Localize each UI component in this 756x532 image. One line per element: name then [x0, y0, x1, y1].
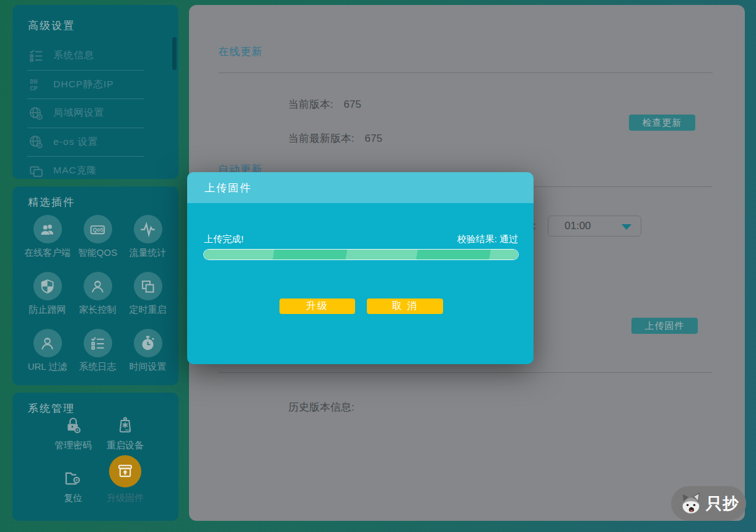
globe-gear-icon: [28, 134, 44, 150]
dialog-title: 上传固件: [204, 181, 252, 195]
clone-icon: [28, 163, 44, 179]
system-item-reset[interactable]: 复位: [64, 460, 82, 504]
nav-list: 系统信息 DH CP DHCP静态IP 局域网设置: [12, 33, 178, 179]
check-update-button[interactable]: 检查更新: [629, 115, 695, 131]
reboot-device-icon: [116, 416, 134, 435]
plugin-label: 防止蹭网: [29, 304, 66, 316]
plugin-label: 智能QOS: [78, 247, 117, 259]
cancel-button[interactable]: 取 消: [367, 299, 443, 314]
plugin-online-clients[interactable]: 在线客户端: [24, 215, 71, 259]
history-version-label: 历史版本信息:: [288, 400, 354, 414]
watermark-label: 只抄: [706, 493, 739, 515]
plugin-time-settings[interactable]: 时间设置: [130, 329, 167, 373]
current-version-label: 当前版本:: [288, 98, 333, 110]
globe-gear-icon: [28, 105, 44, 121]
sidebar-item-lan-settings[interactable]: 局域网设置: [12, 99, 178, 128]
checklist-icon: [28, 48, 44, 64]
system-item-label: 升级固件: [107, 492, 144, 504]
plugin-grid: 在线客户端 QoS 智能QOS 流量统计: [22, 215, 173, 373]
plugin-url-filter[interactable]: URL 过滤: [28, 329, 68, 373]
featured-plugins-title: 精选插件: [12, 186, 178, 209]
svg-text:CP: CP: [30, 85, 37, 92]
sidebar-item-label: e-os 设置: [53, 136, 98, 149]
sidebar-item-dhcp-static-ip[interactable]: DH CP DHCP静态IP: [12, 71, 178, 99]
upload-status-row: 上传完成! 校验结果: 通过: [204, 233, 518, 245]
system-item-label: 复位: [64, 492, 82, 504]
latest-version-row: 当前最新版本: 675: [288, 131, 382, 146]
update-time-select[interactable]: 01:00: [548, 216, 641, 237]
clients-icon: [33, 215, 62, 243]
upload-firmware-dialog: 上传固件 上传完成! 校验结果: 通过 升级 取 消: [187, 172, 534, 364]
plugin-label: URL 过滤: [28, 361, 68, 373]
system-grid: 管理密码 重启设备: [47, 416, 151, 504]
advanced-settings-title: 高级设置: [12, 5, 178, 33]
person-icon: [33, 329, 62, 357]
latest-version-label: 当前最新版本:: [288, 133, 354, 144]
plugin-smart-qos[interactable]: QoS 智能QOS: [78, 215, 117, 259]
sidebar-item-label: 系统信息: [53, 49, 94, 62]
plugin-anti-freeloading[interactable]: 防止蹭网: [29, 272, 66, 316]
system-item-reboot-device[interactable]: 重启设备: [107, 416, 144, 451]
sidebar-item-label: MAC克隆: [53, 164, 97, 177]
lock-gear-icon: [64, 416, 82, 435]
system-management-panel: 系统管理 管理密码: [12, 393, 178, 521]
advanced-settings-panel: 高级设置 系统信息 DH CP DHCP静态IP: [12, 5, 178, 179]
upload-status-text: 上传完成!: [204, 233, 244, 245]
husky-icon: [679, 491, 703, 516]
plugin-label: 系统日志: [79, 361, 116, 373]
plugin-system-log[interactable]: 系统日志: [79, 329, 116, 373]
shield-icon: [33, 272, 62, 300]
current-version-value: 675: [343, 98, 361, 110]
sidebar-scrollbar[interactable]: [172, 37, 177, 70]
sidebar-item-system-info[interactable]: 系统信息: [12, 41, 178, 70]
plugin-label: 在线客户端: [24, 247, 71, 259]
system-management-title: 系统管理: [12, 393, 178, 416]
plugin-label: 定时重启: [130, 304, 167, 316]
chevron-down-icon: [622, 224, 631, 230]
divider: [218, 372, 713, 373]
upload-progress-fill: [204, 250, 518, 259]
firmware-upload-icon: [109, 455, 141, 487]
system-item-label: 重启设备: [107, 440, 144, 451]
current-version-row: 当前版本: 675: [288, 97, 361, 111]
system-item-admin-password[interactable]: 管理密码: [55, 416, 92, 451]
system-item-label: 管理密码: [55, 440, 92, 451]
plugin-label: 流量统计: [130, 247, 167, 259]
plugin-scheduled-reboot[interactable]: 定时重启: [130, 272, 167, 316]
system-item-upgrade-firmware[interactable]: 升级固件: [107, 460, 144, 504]
person-icon: [84, 272, 112, 300]
upload-progress-bar: [203, 249, 519, 260]
qos-icon: QoS: [84, 215, 112, 243]
stopwatch-icon: [134, 329, 162, 357]
traffic-wave-icon: [134, 215, 162, 243]
plugin-traffic-stats[interactable]: 流量统计: [130, 215, 167, 259]
dhcp-icon: DH CP: [28, 76, 44, 92]
update-time-value: 01:00: [565, 220, 591, 232]
plugin-label: 家长控制: [79, 304, 116, 316]
svg-text:QoS: QoS: [93, 227, 104, 233]
sidebar-item-mac-clone[interactable]: MAC克隆: [12, 157, 178, 179]
upgrade-button[interactable]: 升级: [279, 299, 355, 314]
sidebar-item-eos-settings[interactable]: e-os 设置: [12, 128, 178, 157]
dialog-header: 上传固件: [187, 172, 534, 203]
divider: [218, 72, 713, 73]
upload-firmware-button[interactable]: 上传固件: [631, 318, 698, 334]
verify-result-text: 校验结果: 通过: [457, 233, 518, 245]
scheduled-reboot-icon: [134, 272, 162, 300]
sidebar-item-label: 局域网设置: [53, 107, 105, 120]
checklist-icon: [84, 329, 112, 357]
plugin-label: 时间设置: [130, 361, 167, 373]
watermark-badge: 只抄: [671, 486, 746, 521]
featured-plugins-panel: 精选插件 在线客户端 QoS 智能QOS: [12, 186, 178, 385]
folder-reset-icon: [64, 469, 82, 487]
online-update-title: 在线更新: [218, 45, 263, 59]
latest-version-value: 675: [364, 133, 382, 144]
plugin-parental-control[interactable]: 家长控制: [79, 272, 116, 316]
sidebar-item-label: DHCP静态IP: [53, 78, 114, 91]
